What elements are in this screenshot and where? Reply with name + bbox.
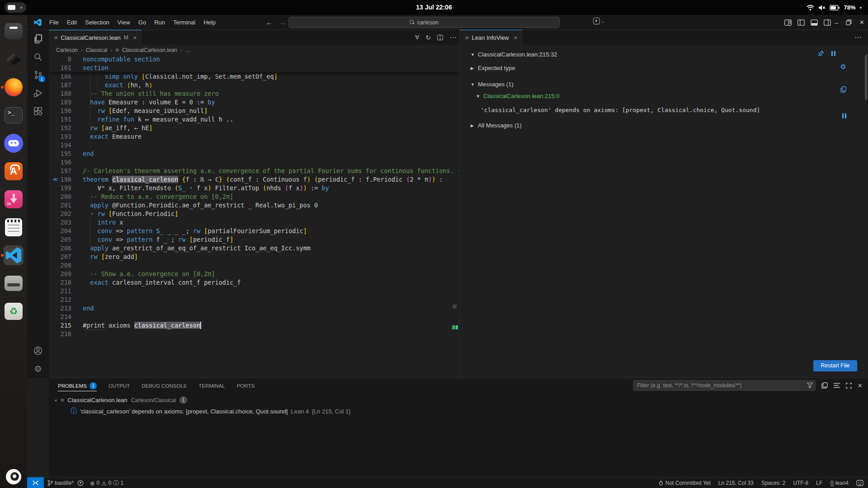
toggle-panel-icon[interactable] <box>811 19 818 26</box>
command-center-search[interactable]: carleson <box>288 17 560 28</box>
expected-type-section[interactable]: ▶ Expected type <box>471 63 868 73</box>
breadcrumb[interactable]: Carleson›Classical›≡ClassicalCarleson.le… <box>49 45 459 55</box>
breadcrumb-item[interactable]: Carleson <box>56 47 78 53</box>
menu-edit[interactable]: Edit <box>63 15 81 30</box>
cursor-position-header[interactable]: ▼ ClassicalCarleson.lean:215:32 <box>471 49 868 60</box>
chevron-down-icon[interactable]: › <box>53 399 59 401</box>
code-line-214[interactable]: 214 <box>49 313 459 321</box>
code-line-196[interactable]: 196 <box>49 158 459 167</box>
code-line-212[interactable]: 212 <box>49 296 459 304</box>
code-line-213[interactable]: 213end <box>49 304 459 313</box>
toggle-primary-sidebar-icon[interactable] <box>797 19 805 26</box>
code-line-199[interactable]: 199 ∀ᵐ x, Filter.Tendsto (S_ · f x) Filt… <box>49 184 459 192</box>
dock-item-trash[interactable]: ♻ <box>4 301 24 321</box>
sidebar-item-source-control[interactable]: 1 <box>27 66 49 84</box>
copy-icon[interactable] <box>840 86 846 93</box>
restore-button[interactable] <box>846 19 852 25</box>
menu-view[interactable]: View <box>113 15 134 30</box>
code-line-201[interactable]: 201 apply @Function.Periodic.ae_of_ae_re… <box>49 201 459 210</box>
group-by-icon[interactable] <box>821 382 828 389</box>
expand-icon[interactable]: ▶ <box>471 66 475 70</box>
code-line-195[interactable]: 195end <box>49 150 459 158</box>
cursor-position[interactable]: Ln 215, Col 33 <box>718 480 754 486</box>
pause-updates-icon[interactable] <box>842 113 846 118</box>
code-line-194[interactable]: 194 <box>49 141 459 150</box>
code-line-204[interactable]: 204 conv => pattern S_ _ _ _; rw [partia… <box>49 227 459 235</box>
menu-help[interactable]: Help <box>199 15 220 30</box>
dock-item-package-installer[interactable] <box>4 189 24 209</box>
menu-terminal[interactable]: Terminal <box>169 15 199 30</box>
breadcrumb-item[interactable]: ClassicalCarleson.lean <box>122 47 177 53</box>
all-messages-section[interactable]: ▶ All Messages (1) <box>471 120 868 131</box>
restart-file-button[interactable]: Restart File <box>813 360 857 371</box>
code-line-215[interactable]: 215#print axioms classical_carleson <box>49 321 459 330</box>
encoding[interactable]: UTF-8 <box>793 480 808 486</box>
back-button[interactable]: ← <box>266 19 273 26</box>
dock-item-drive[interactable] <box>4 273 24 293</box>
messages-section[interactable]: ▼ Messages (1) <box>471 79 868 89</box>
code-line-211[interactable]: 211 <box>49 287 459 296</box>
problems-file-row[interactable]: › ≡ ClassicalCarleson.lean Carleson/Clas… <box>55 396 187 404</box>
problems-summary[interactable]: ⊗ 0 ⚠ 0 ⓘ 1 <box>90 479 123 487</box>
customize-layout-icon[interactable] <box>784 19 792 26</box>
dock-item-text-editor[interactable] <box>4 217 24 237</box>
code-line-202[interactable]: 202 · rw [Function.Periodic] <box>49 210 459 218</box>
scrollbar-thumb[interactable] <box>865 55 867 100</box>
maximize-panel-icon[interactable] <box>846 383 852 389</box>
lean-infoview-toggle-icon[interactable]: ∀ <box>415 34 419 41</box>
forward-button[interactable]: → <box>279 19 286 26</box>
collapse-icon[interactable]: ▼ <box>476 94 481 99</box>
system-tray[interactable]: 78% ▾ <box>807 0 862 15</box>
code-line-197[interactable]: 197/- Carleson's theorem asserting a.e. … <box>49 167 459 175</box>
collapse-icon[interactable]: ▼ <box>471 52 475 57</box>
manage-button[interactable]: ⚙ <box>27 360 49 378</box>
gear-icon[interactable]: ⚙ <box>840 63 846 71</box>
git-branch-item[interactable]: bastille* <box>47 480 84 486</box>
menu-selection[interactable]: Selection <box>81 15 113 30</box>
sidebar-item-extensions[interactable] <box>27 102 49 120</box>
problems-filter-input[interactable] <box>633 380 816 391</box>
dock-item-firefox[interactable] <box>4 77 24 97</box>
panel-tab-output[interactable]: OUTPUT <box>104 378 134 393</box>
indentation[interactable]: Spaces: 2 <box>761 480 785 486</box>
sidebar-item-explorer[interactable] <box>27 30 49 48</box>
dock-item-app-center[interactable]: A <box>4 161 24 181</box>
menu-file[interactable]: File <box>45 15 63 30</box>
distro-logo-icon[interactable] <box>6 469 21 484</box>
dock-item-terminal[interactable]: >_ <box>4 105 24 125</box>
code-line-206[interactable]: 206 apply ae_restrict_of_ae_eq_of_ae_res… <box>49 244 459 253</box>
copilot-menu[interactable]: ⌄ <box>593 18 605 24</box>
code-line-209[interactable]: 209 -- Show a.e. convergence on [0,2π] <box>49 270 459 278</box>
problem-row[interactable]: ⓘ 'classical_carleson' depends on axioms… <box>71 407 350 415</box>
menu-go[interactable]: Go <box>134 15 150 30</box>
panel-tab-problems[interactable]: PROBLEMS1 <box>53 378 101 393</box>
dock-item-inkscape[interactable] <box>4 49 24 69</box>
more-actions-icon[interactable]: ⋯ <box>854 30 862 45</box>
sidebar-item-search[interactable] <box>27 48 49 66</box>
pause-updates-icon[interactable] <box>831 51 835 56</box>
tab-classicalcarleson[interactable]: ≡ ClassicalCarleson.lean M × <box>49 30 142 45</box>
message-location-link[interactable]: ▼ ClassicalCarleson.lean:215:0 <box>476 91 868 101</box>
more-actions-icon[interactable]: ⋯ <box>449 33 457 42</box>
language-mode[interactable]: {} lean4 <box>830 480 849 486</box>
expand-icon[interactable]: ▶ <box>471 123 475 128</box>
sidebar-item-run-debug[interactable] <box>27 84 49 102</box>
code-line-198[interactable]: 198≪theorem classical_carleson {f : ℝ → … <box>49 175 459 184</box>
pin-icon[interactable] <box>818 50 824 56</box>
close-panel-icon[interactable]: ✕ <box>858 382 863 389</box>
code-line-193[interactable]: 193 exact Emeasure <box>49 132 459 141</box>
panel-tab-ports[interactable]: PORTS <box>232 378 259 393</box>
code-line-200[interactable]: 200 -- Reduce to a.e. convergence on [0,… <box>49 192 459 201</box>
breadcrumb-item[interactable]: ... <box>185 47 190 53</box>
close-button[interactable]: ✕ <box>859 19 864 26</box>
feedback-smiley-icon[interactable] <box>856 480 863 486</box>
view-as-list-icon[interactable] <box>834 383 840 388</box>
code-line-190[interactable]: 190 rw [Edef, measure_iUnion_null] <box>49 107 459 115</box>
system-clock[interactable]: 13 Jul 22:06 <box>0 0 868 15</box>
dock-item-vscode[interactable] <box>4 245 24 265</box>
remote-indicator[interactable] <box>27 477 44 488</box>
panel-tab-terminal[interactable]: TERMINAL <box>194 378 230 393</box>
code-line-187[interactable]: 187 exact ⟨hn, h⟩ <box>49 81 459 89</box>
dock-item-discord[interactable] <box>4 133 24 153</box>
eol-sequence[interactable]: LF <box>816 480 822 486</box>
